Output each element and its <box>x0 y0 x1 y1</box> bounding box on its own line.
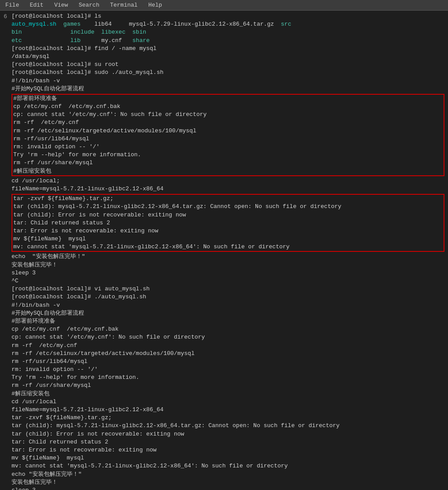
terminal-line: mv: cannot stat 'mysql-5.7.21-linux-glib… <box>12 243 444 251</box>
terminal-line: Try 'rm --help' for more information. <box>12 374 444 382</box>
terminal-line: rm: invalid option -- '/' <box>12 143 444 151</box>
terminal-line: [root@localhost local]# ls <box>12 12 444 20</box>
terminal-line: rm -rf /etc/selinux/targeted/active/modu… <box>12 350 444 358</box>
terminal-line: tar (child): mysql-5.7.21-linux-glibc2.1… <box>12 203 444 211</box>
terminal-line: bin include libexec sbin <box>12 28 444 36</box>
terminal-content: [root@localhost local]# ls auto_mysql.sh… <box>12 12 444 490</box>
terminal-line: [root@localhost local]# find / -name mys… <box>12 45 444 53</box>
terminal-line: tar: Error is not recoverable: exiting n… <box>12 446 444 454</box>
terminal-line: sleep 3 <box>12 486 444 490</box>
terminal-line: /data/mysql <box>12 53 444 61</box>
terminal-line: Try 'rm --help' for more information. <box>12 151 444 159</box>
terminal-line: rm -rf /etc/my.cnf <box>12 119 444 127</box>
terminal-line: echo "安装包解压完毕！" <box>12 253 444 261</box>
terminal-line: 安装包解压完毕！ <box>12 261 444 269</box>
terminal-line: echo "安装包解压完毕！" <box>12 471 444 478</box>
menu-edit[interactable]: Edit <box>28 1 45 9</box>
terminal-line: mv ${fileName} mysql <box>12 235 444 243</box>
terminal-line: rm -rf /usr/share/mysql <box>12 382 444 390</box>
terminal-line: cp: cannot stat '/etc/my.cnf': No such f… <box>12 111 444 119</box>
terminal-line: #部署前环境准备 <box>12 317 444 325</box>
terminal-line: rm -rf /usr/share/mysql <box>12 159 444 167</box>
menu-terminal[interactable]: Terminal <box>108 1 139 9</box>
terminal-line: mv ${fileName} mysql <box>12 454 444 462</box>
terminal-line: rm -rf/usr/lib64/mysql <box>12 135 444 143</box>
terminal-line: rm -rf /etc/selinux/targeted/active/modu… <box>12 127 444 135</box>
terminal-line: tar: Error is not recoverable: exiting n… <box>12 227 444 235</box>
terminal-line: cp: cannot stat '/etc/my.cnf': No such f… <box>12 333 444 341</box>
line-number: 6 <box>0 12 7 20</box>
terminal-line: #!/bin/bash -v <box>12 301 444 309</box>
error-box-2: tar -zxvf ${fileName}.tar.gz; tar (child… <box>12 194 444 252</box>
terminal-line: tar -zxvf ${fileName}.tar.gz; <box>12 414 444 422</box>
terminal-line: tar (child): mysql-5.7.21-linux-glibc2.1… <box>12 422 444 430</box>
terminal-line: tar (child): Error is not recoverable: e… <box>12 430 444 438</box>
terminal-line: cp /etc/my.cnf /etc/my.cnf.bak <box>12 103 444 111</box>
terminal-line: fileName=mysql-5.7.21-linux-glibc2.12-x8… <box>12 185 444 193</box>
terminal-line: rm -rf/usr/lib64/mysql <box>12 358 444 366</box>
error-box-1: #部署前环境准备 cp /etc/my.cnf /etc/my.cnf.bak … <box>12 94 444 176</box>
terminal-line: 安装包解压完毕！ <box>12 478 444 486</box>
terminal-line: [root@localhost local]# sudo ./auto_mysq… <box>12 69 444 77</box>
menu-help[interactable]: Help <box>147 1 164 9</box>
terminal-line: cp /etc/my.cnf /etc/my.cnf.bak <box>12 325 444 333</box>
menu-bar: File Edit View Search Terminal Help <box>0 0 448 11</box>
terminal-line: rm -rf /etc/my.cnf <box>12 342 444 350</box>
menu-search[interactable]: Search <box>77 1 101 9</box>
terminal-line: #开始MySQL自动化部署流程 <box>12 85 444 93</box>
menu-file[interactable]: File <box>4 1 21 9</box>
terminal-line: tar: Child returned status 2 <box>12 438 444 446</box>
terminal-line: [root@localhost local]# vi auto_mysql.sh <box>12 285 444 293</box>
terminal-line: #开始MySQL自动化部署流程 <box>12 309 444 317</box>
terminal-line: rm: invalid option -- '/' <box>12 366 444 374</box>
terminal-line: etc lib my.cnf share <box>12 37 444 45</box>
terminal-line: #解压缩安装包 <box>12 167 444 175</box>
terminal-line: fileName=mysql-5.7.21-linux-glibc2.12-x8… <box>12 406 444 414</box>
terminal-line: ^C <box>12 277 444 285</box>
terminal: 6 [root@localhost local]# ls auto_mysql.… <box>0 11 448 490</box>
terminal-line: mv: cannot stat 'mysql-5.7.21-linux-glib… <box>12 462 444 470</box>
terminal-line: auto_mysql.sh games lib64 mysql-5.7.29-l… <box>12 20 444 28</box>
terminal-line: #!/bin/bash -v <box>12 77 444 85</box>
terminal-line: [root@localhost local]# ./auto_mysql.sh <box>12 293 444 301</box>
terminal-line: tar: Child returned status 2 <box>12 219 444 227</box>
terminal-line: #部署前环境准备 <box>12 95 444 103</box>
terminal-line: #解压缩安装包 <box>12 390 444 398</box>
menu-view[interactable]: View <box>52 1 70 9</box>
terminal-line: tar (child): Error is not recoverable: e… <box>12 211 444 219</box>
terminal-line: cd /usr/local; <box>12 177 444 185</box>
terminal-line: [root@localhost local]# su root <box>12 61 444 69</box>
terminal-line: cd /usr/local <box>12 398 444 406</box>
terminal-line: tar -zxvf ${fileName}.tar.gz; <box>12 195 444 203</box>
terminal-line: sleep 3 <box>12 269 444 277</box>
